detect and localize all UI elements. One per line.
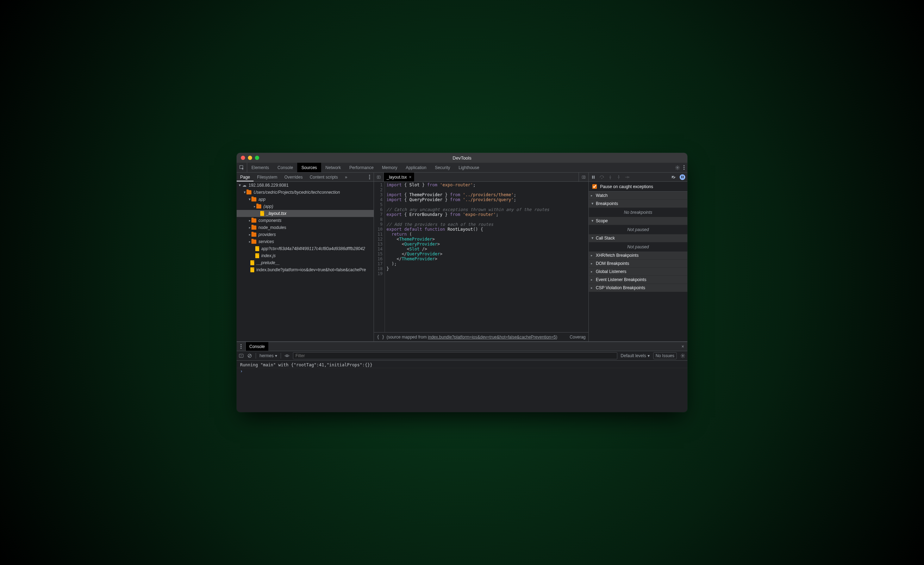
debugger-pane: Pause on caught exceptions ▸Watch▼Breakp… bbox=[589, 173, 687, 341]
toggle-navigator-button[interactable] bbox=[374, 173, 384, 182]
debugger-toolbar bbox=[589, 173, 687, 182]
close-drawer-button[interactable]: × bbox=[678, 342, 687, 351]
tab-performance[interactable]: Performance bbox=[345, 163, 378, 172]
drawer-tab-console[interactable]: Console bbox=[246, 342, 268, 351]
source-code[interactable]: import { Slot } from 'expo-router'; impo… bbox=[385, 182, 549, 332]
folder-icon bbox=[251, 218, 256, 222]
sources-content: PageFilesystemOverridesContent scripts »… bbox=[237, 173, 687, 342]
toggle-debugger-button[interactable] bbox=[579, 173, 588, 182]
drawer-tabs: Console × bbox=[237, 342, 687, 351]
file-icon bbox=[250, 267, 254, 272]
debugger-sections: Pause on caught exceptions ▸Watch▼Breakp… bbox=[589, 182, 687, 341]
chevron-down-icon: ▾ bbox=[648, 353, 650, 358]
chevron-icon: ▸ bbox=[591, 194, 594, 197]
log-levels-selector[interactable]: Default levels ▾ bbox=[621, 353, 650, 358]
editor-tabbar: _layout.tsx × bbox=[374, 173, 588, 182]
nav-tab-overrides[interactable]: Overrides bbox=[280, 173, 306, 182]
tree-root-path[interactable]: ▼Users/cedric/Projects/bycedric/techconn… bbox=[237, 189, 374, 196]
tree-folder-components[interactable]: ▸components bbox=[237, 217, 374, 224]
navigator-pane: PageFilesystemOverridesContent scripts »… bbox=[237, 173, 374, 341]
tree-folder-(app)[interactable]: ▸(app) bbox=[237, 203, 374, 210]
pretty-print-button[interactable]: { } bbox=[377, 335, 384, 340]
tree-folder-app[interactable]: ▼app bbox=[237, 196, 374, 203]
navigator-menu-button[interactable] bbox=[366, 173, 374, 182]
console-sidebar-toggle[interactable] bbox=[239, 353, 244, 358]
more-menu-button[interactable] bbox=[684, 165, 684, 170]
step-button[interactable] bbox=[625, 175, 630, 180]
drawer-menu-button[interactable] bbox=[237, 342, 246, 351]
tree-file-_layout.tsx[interactable]: _layout.tsx bbox=[237, 210, 374, 217]
pause-on-caught-checkbox[interactable] bbox=[592, 184, 597, 189]
tree-folder-services[interactable]: ▸services bbox=[237, 238, 374, 245]
section-scope[interactable]: ▼Scope bbox=[589, 217, 687, 225]
tab-sources[interactable]: Sources bbox=[297, 163, 321, 172]
inspect-icon bbox=[240, 165, 244, 170]
svg-point-1 bbox=[677, 167, 678, 168]
console-settings-button[interactable] bbox=[680, 353, 685, 358]
tab-console[interactable]: Console bbox=[273, 163, 297, 172]
tab-application[interactable]: Application bbox=[401, 163, 430, 172]
editor-tab-layout[interactable]: _layout.tsx × bbox=[384, 173, 414, 182]
file-tree[interactable]: ▼☁192.168.86.229:8081▼Users/cedric/Proje… bbox=[237, 182, 374, 341]
svg-rect-6 bbox=[592, 176, 593, 179]
step-out-button[interactable] bbox=[616, 175, 621, 180]
tab-security[interactable]: Security bbox=[430, 163, 454, 172]
folder-icon bbox=[256, 204, 261, 209]
svg-rect-16 bbox=[239, 354, 243, 358]
nav-tab-content-scripts[interactable]: Content scripts bbox=[306, 173, 341, 182]
section-event-listener-breakpoints[interactable]: ▸Event Listener Breakpoints bbox=[589, 276, 687, 284]
folder-icon bbox=[251, 197, 256, 201]
cloud-icon: ☁ bbox=[242, 183, 246, 188]
tab-lighthouse[interactable]: Lighthouse bbox=[454, 163, 483, 172]
section-xhr-fetch-breakpoints[interactable]: ▸XHR/fetch Breakpoints bbox=[589, 251, 687, 260]
folder-icon bbox=[251, 225, 256, 230]
code-area[interactable]: 12345678910111213141516171819 import { S… bbox=[374, 182, 588, 332]
source-map-link[interactable]: index.bundle?platform=ios&dev=true&hot=f… bbox=[428, 335, 556, 340]
svg-point-10 bbox=[610, 178, 611, 179]
pause-on-caught-label: Pause on caught exceptions bbox=[600, 184, 653, 189]
expand-arrow-icon: ▸ bbox=[253, 205, 256, 208]
nav-tab-filesystem[interactable]: Filesystem bbox=[254, 173, 280, 182]
step-into-button[interactable] bbox=[608, 175, 613, 180]
tree-file[interactable]: index.js bbox=[237, 252, 374, 259]
chevron-icon: ▸ bbox=[591, 270, 594, 273]
tab-memory[interactable]: Memory bbox=[378, 163, 401, 172]
section-csp-violation-breakpoints[interactable]: ▸CSP Violation Breakpoints bbox=[589, 284, 687, 292]
issues-button[interactable]: No Issues bbox=[653, 352, 677, 359]
tree-host[interactable]: ▼☁192.168.86.229:8081 bbox=[237, 182, 374, 189]
console-prompt[interactable]: › bbox=[237, 368, 687, 374]
section-watch[interactable]: ▸Watch bbox=[589, 192, 687, 200]
live-expression-button[interactable] bbox=[285, 353, 290, 358]
inspect-element-button[interactable] bbox=[237, 163, 247, 172]
section-dom-breakpoints[interactable]: ▸DOM Breakpoints bbox=[589, 260, 687, 268]
section-body: Not paused bbox=[589, 242, 687, 251]
tab-elements[interactable]: Elements bbox=[247, 163, 273, 172]
step-over-button[interactable] bbox=[599, 175, 604, 180]
pause-script-button[interactable] bbox=[591, 175, 596, 180]
console-toolbar: hermes ▾ Default levels ▾ No Issues bbox=[237, 351, 687, 361]
console-context-selector[interactable]: hermes ▾ bbox=[260, 353, 277, 358]
deactivate-breakpoints-button[interactable] bbox=[671, 175, 676, 180]
tree-file[interactable]: __prelude__ bbox=[237, 259, 374, 266]
tree-folder-providers[interactable]: ▸providers bbox=[237, 231, 374, 238]
tree-file[interactable]: index.bundle?platform=ios&dev=true&hot=f… bbox=[237, 266, 374, 273]
section-breakpoints[interactable]: ▼Breakpoints bbox=[589, 200, 687, 208]
section-call-stack[interactable]: ▼Call Stack bbox=[589, 234, 687, 242]
navigator-more-button[interactable]: » bbox=[341, 173, 351, 182]
console-filter-input[interactable] bbox=[293, 352, 617, 359]
expand-arrow-icon: ▸ bbox=[248, 219, 251, 222]
settings-gear-icon[interactable] bbox=[675, 165, 680, 170]
expand-arrow-icon: ▸ bbox=[248, 226, 251, 229]
pause-on-exceptions-indicator[interactable] bbox=[680, 174, 685, 180]
tree-folder-node_modules[interactable]: ▸node_modules bbox=[237, 224, 374, 231]
svg-rect-7 bbox=[594, 176, 595, 179]
tree-file[interactable]: app?ctx=f63d4a7484f499117c4cf80a4d9386df… bbox=[237, 245, 374, 252]
pause-on-caught-row[interactable]: Pause on caught exceptions bbox=[589, 182, 687, 192]
section-global-listeners[interactable]: ▸Global Listeners bbox=[589, 268, 687, 276]
clear-console-button[interactable] bbox=[247, 353, 252, 358]
tab-network[interactable]: Network bbox=[321, 163, 345, 172]
folder-icon bbox=[246, 190, 251, 194]
close-tab-button[interactable]: × bbox=[409, 175, 411, 180]
nav-tab-page[interactable]: Page bbox=[237, 173, 254, 182]
console-output[interactable]: Running "main" with {"rootTag":41,"initi… bbox=[237, 361, 687, 412]
